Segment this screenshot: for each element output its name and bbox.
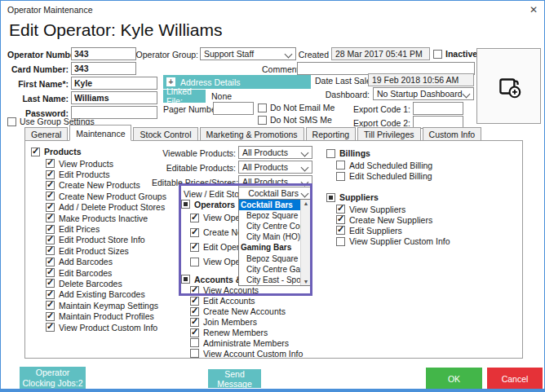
checkbox-checked[interactable] (190, 297, 199, 306)
permission-item[interactable]: Maintain Keymap Settings (46, 300, 166, 311)
tab-marketing-promotions[interactable]: Marketing & Promotions (200, 127, 304, 140)
permission-item[interactable]: Edit Products (46, 169, 166, 179)
card-number-input[interactable] (71, 62, 136, 75)
operator-clocking-jobs-button[interactable]: Operator Clocking Jobs:2 (20, 367, 86, 390)
permission-item[interactable]: Delete Barcodes (46, 278, 166, 288)
tab-till-privileges[interactable]: Till Privileges (357, 127, 420, 140)
dropdown-item[interactable]: Cocktail Bars (239, 200, 300, 210)
permission-group-header[interactable]: Billings (326, 147, 432, 160)
pager-number-input[interactable] (213, 102, 254, 115)
permission-item[interactable]: Edit Product Store Info (46, 235, 166, 245)
scroll-down-icon[interactable]: ▼ (304, 279, 309, 284)
checkbox-indeterminate[interactable] (326, 193, 335, 202)
checkbox-checked[interactable] (46, 170, 55, 179)
add-photo-button[interactable] (476, 48, 541, 124)
checkbox-checked[interactable] (46, 246, 55, 255)
permission-item[interactable]: Edit Suppliers (336, 225, 450, 236)
checkbox-unchecked[interactable] (190, 258, 199, 266)
cancel-button[interactable]: Cancel (487, 368, 543, 390)
permission-item[interactable]: View Accounts (190, 285, 303, 296)
checkbox-checked[interactable] (46, 290, 55, 299)
do-not-sms-checkbox[interactable] (258, 116, 267, 125)
permission-item[interactable]: View Account Custom Info (190, 348, 303, 359)
viewable-products-select[interactable]: All Products (238, 146, 312, 159)
checkbox-unchecked[interactable] (336, 161, 345, 170)
do-not-sms-row[interactable]: Do Not SMS Me (258, 115, 332, 125)
checkbox-checked[interactable] (46, 268, 55, 277)
checkbox-unchecked[interactable] (336, 237, 345, 246)
inactive-row[interactable]: Inactive (433, 49, 477, 59)
permission-item[interactable]: Edit Product Sizes (46, 245, 166, 256)
permission-item[interactable]: Create New Accounts (190, 306, 303, 317)
checkbox-checked[interactable] (46, 236, 55, 244)
permission-item[interactable]: Add Scheduled Billing (336, 160, 432, 171)
dropdown-item[interactable]: City East - Sports B (239, 275, 300, 285)
permission-item[interactable]: Create New Product Groups (46, 191, 166, 201)
checkbox-checked[interactable] (46, 203, 55, 212)
permission-item[interactable]: Renew Members (190, 328, 303, 338)
checkbox-checked[interactable] (190, 214, 199, 222)
tab-stock-control[interactable]: Stock Control (133, 127, 197, 140)
permission-item[interactable]: Edit Barcodes (46, 267, 166, 278)
permission-group-header[interactable]: Suppliers (326, 191, 450, 204)
checkbox-checked[interactable] (336, 226, 345, 235)
checkbox-checked[interactable] (46, 258, 55, 266)
permission-item[interactable]: View Product Custom Info (46, 322, 166, 333)
tab-custom-info[interactable]: Custom Info (423, 127, 482, 140)
permission-item[interactable]: Edit Accounts (190, 296, 303, 306)
permission-item[interactable]: Edit Scheduled Billing (336, 171, 432, 183)
checkbox-checked[interactable] (46, 214, 55, 222)
do-not-email-row[interactable]: Do Not Email Me (258, 103, 335, 112)
checkbox-checked[interactable] (190, 228, 199, 237)
ok-button[interactable]: OK (426, 368, 482, 390)
dropdown-item[interactable]: Bepoz Square Cock (239, 210, 300, 221)
inactive-checkbox[interactable] (433, 50, 442, 59)
checkbox-checked[interactable] (46, 301, 55, 310)
permission-item[interactable]: View Products (46, 158, 166, 169)
checkbox-unchecked[interactable] (326, 149, 335, 158)
checkbox-checked[interactable] (31, 148, 40, 156)
checkbox-checked[interactable] (336, 215, 345, 224)
permission-item[interactable]: Join Members (190, 317, 303, 328)
permission-group-header[interactable]: Products (31, 145, 166, 158)
send-message-button[interactable]: Send Message (208, 369, 261, 388)
checkbox-checked[interactable] (46, 279, 55, 288)
first-name-input[interactable] (71, 77, 157, 90)
checkbox-checked[interactable] (336, 205, 345, 214)
permission-item[interactable]: Maintain Product Profiles (46, 311, 166, 321)
checkbox-checked[interactable] (46, 225, 55, 234)
view-edit-stores-select[interactable]: Cocktail Bars (238, 187, 312, 200)
checkbox-checked[interactable] (46, 181, 55, 190)
tab-reporting[interactable]: Reporting (306, 127, 357, 140)
dropdown-item[interactable]: City Main (HO) - C (239, 231, 300, 242)
dropdown-scrollbar[interactable]: ▲ ▼ (300, 200, 311, 285)
checkbox-unchecked[interactable] (190, 349, 199, 358)
permission-item[interactable]: View Supplier Custom Info (336, 236, 450, 247)
checkbox-checked[interactable] (46, 323, 55, 332)
checkbox-unchecked[interactable] (336, 172, 345, 181)
dropdown-item[interactable]: City Centre Gamin (239, 264, 300, 275)
use-group-settings-checkbox[interactable] (7, 117, 16, 126)
permission-item[interactable]: View Suppliers (336, 204, 450, 214)
dropdown-item[interactable]: Gaming Bars (239, 242, 300, 253)
dashboard-select[interactable]: No Startup Dashboard (373, 87, 474, 100)
checkbox-checked[interactable] (190, 286, 199, 295)
checkbox-checked[interactable] (190, 318, 199, 327)
permission-item[interactable]: Edit Prices (46, 223, 166, 234)
permission-item[interactable]: Add Existing Barcodes (46, 289, 166, 300)
dropdown-item[interactable]: Bepoz Square Gam (239, 253, 300, 263)
checkbox-checked[interactable] (46, 312, 55, 321)
checkbox-checked[interactable] (46, 159, 55, 168)
operator-group-select[interactable]: Support Staff (200, 47, 296, 60)
scroll-up-icon[interactable]: ▲ (304, 200, 309, 206)
permission-item[interactable]: Make Products Inactive (46, 213, 166, 223)
dropdown-item[interactable]: City Centre Cocktai (239, 221, 300, 231)
tab-maintenance[interactable]: Maintenance (69, 125, 131, 141)
permission-item[interactable]: Add Barcodes (46, 257, 166, 267)
operator-number-input[interactable] (71, 47, 136, 60)
checkbox-indeterminate[interactable] (181, 275, 190, 284)
permission-item[interactable]: Administrate Members (190, 337, 303, 348)
permission-item[interactable]: Add / Delete Product Stores (46, 202, 166, 213)
checkbox-checked[interactable] (190, 307, 199, 316)
checkbox-checked[interactable] (190, 328, 199, 337)
